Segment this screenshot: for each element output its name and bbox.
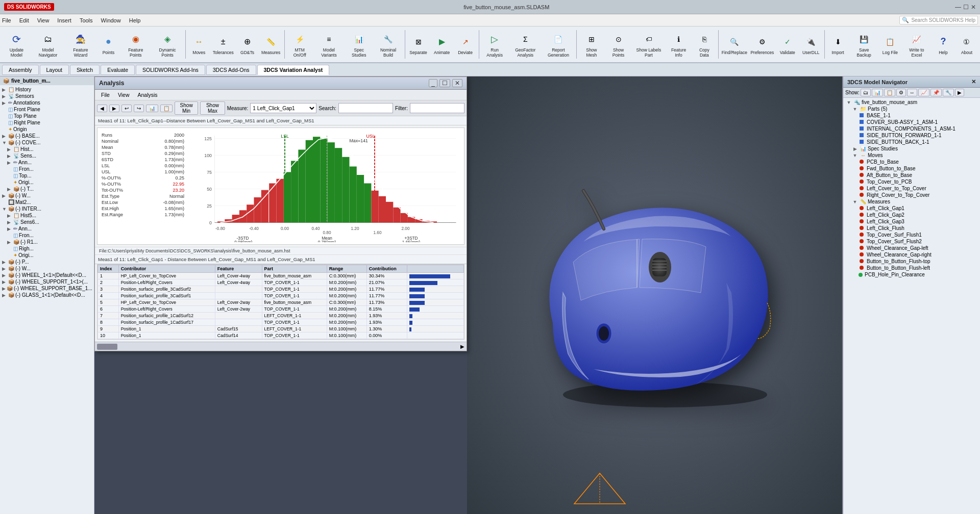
tree-item-r1[interactable]: ▶ 📦 (-) R1... <box>1 239 93 245</box>
tool-points[interactable]: ● Points <box>97 33 119 56</box>
dialog-close[interactable]: ✕ <box>452 79 462 87</box>
tab-evaluate[interactable]: Evaluate <box>101 65 135 75</box>
menu-window[interactable]: Window <box>101 17 121 23</box>
tool-dynamic-points[interactable]: ◈ Dynamic Points <box>152 30 183 59</box>
tool-measures[interactable]: 📏 Measures <box>260 33 282 56</box>
tool-model-variants[interactable]: ≡ Model Variants <box>314 30 344 59</box>
nav-side-back[interactable]: SIDE_BUTTON_BACK_1-1 <box>844 139 979 145</box>
nav-base[interactable]: BASE_1-1 <box>844 112 979 119</box>
window-controls[interactable]: — ☐ ✕ <box>955 4 980 11</box>
dialog-menu-file[interactable]: File <box>97 91 114 99</box>
menu-insert[interactable]: Insert <box>57 17 71 23</box>
tool-userdll[interactable]: 🔌 UserDLL <box>800 33 822 56</box>
tool-copy-data[interactable]: ⎘ Copy Data <box>693 30 716 59</box>
table-row[interactable]: 8 Position_surfacic_profile_1CadSurf17 T… <box>98 319 464 326</box>
tree-item-wheel-support[interactable]: ▶ 📦 (-) WHEEL_SUPPORT_1<1>(... <box>1 278 93 285</box>
tree-item-hist5[interactable]: ▶ 📋 Hist5... <box>1 212 93 219</box>
nav-btn1[interactable]: 🗂 <box>861 89 871 96</box>
tree-item-glass[interactable]: ▶ 📦 (-) GLASS_1<1>(Default<<D... <box>1 292 93 298</box>
tool-show-mesh[interactable]: ⊞ Show Mesh <box>579 30 604 59</box>
tab-3dcs-addons[interactable]: 3DCS Add-Ons <box>206 65 256 75</box>
tool-preferences[interactable]: ⚙ Preferences <box>749 33 775 56</box>
tab-layout[interactable]: Layout <box>40 65 69 75</box>
table-row[interactable]: 7 Position_surfacic_profile_1CadSurf12 L… <box>98 313 464 319</box>
nav-btn7[interactable]: 📌 <box>930 89 942 96</box>
dialog-minimize[interactable]: _ <box>429 79 437 87</box>
tool-save-backup[interactable]: 💾 Save Backup <box>850 30 878 59</box>
tool-show-labels[interactable]: 🏷 Show Labels Part <box>633 30 665 59</box>
chart-right-btn[interactable]: ▶ <box>109 105 119 112</box>
tool-find-replace[interactable]: 🔍 Find/Replace <box>721 33 748 56</box>
nav-meas-9[interactable]: Button_to_Button_Flush-top <box>844 258 979 265</box>
tool-write-excel[interactable]: 📈 Write to Excel <box>902 30 931 59</box>
tab-sw-addins[interactable]: SOLIDWORKS Add-Ins <box>136 65 205 75</box>
tool-separate[interactable]: ⊠ Separate <box>407 33 430 56</box>
tree-item-origi[interactable]: ✦ Origi... <box>1 179 93 186</box>
nav-move-4[interactable]: Top_Cover_to_PCB <box>844 178 979 185</box>
nav-meas-8[interactable]: Wheel_Clearance_Gap-right <box>844 251 979 258</box>
tool-geofactor[interactable]: Σ GeoFactor Analysis <box>509 30 542 59</box>
menu-tools[interactable]: Tools <box>80 17 93 23</box>
nav-internal[interactable]: INTERNAL_COMPONENTS_1_ASM-1 <box>844 125 979 132</box>
tool-mtm[interactable]: ⚡ MTM On/Off <box>286 30 312 59</box>
tool-report[interactable]: 📄 Report Generation <box>543 30 575 59</box>
tree-item-right-plane[interactable]: ◫ Right Plane <box>1 119 93 126</box>
tree-item-t[interactable]: ▶ 📦 (-) T... <box>1 186 93 192</box>
tree-item-front-plane[interactable]: ◫ Front Plane <box>1 106 93 113</box>
help-search-label[interactable]: Search SOLIDWORKS Help <box>911 17 975 23</box>
nav-meas-6[interactable]: Top_Cover_Surf_Flush2 <box>844 238 979 245</box>
dialog-title-bar[interactable]: Analysis _ ☐ ✕ <box>95 77 467 90</box>
nav-btn8[interactable]: 🔧 <box>943 89 954 96</box>
tool-model-navigator[interactable]: 🗂 Model Navigator <box>32 30 64 59</box>
nav-btn4[interactable]: ⚙ <box>896 89 906 96</box>
nav-btn3[interactable]: 📋 <box>884 89 895 96</box>
menu-view[interactable]: View <box>37 17 50 23</box>
tree-item-fron[interactable]: ◫ Fron... <box>1 166 93 172</box>
nav-meas-11[interactable]: PCB_Hole_Pin_Clearance <box>844 271 979 278</box>
tree-item-hist[interactable]: ▶ 📋 Hist... <box>1 146 93 152</box>
tab-3dcs-analyst[interactable]: 3DCS Variation Analyst <box>257 65 330 75</box>
tree-item-sens6[interactable]: ▶ 📡 Sens6... <box>1 219 93 225</box>
nav-btn2[interactable]: 📊 <box>872 89 883 96</box>
scroll-right[interactable]: ▶ <box>458 344 467 349</box>
table-row[interactable]: 5 HP_Left_Cover_to_TopCove Left_Cover-2w… <box>98 299 464 306</box>
tree-item-base[interactable]: ▶ 📦 (-) BASE... <box>1 133 93 139</box>
horizontal-scrollbar[interactable] <box>95 344 458 350</box>
nav-move-1[interactable]: PCB_to_Base <box>844 159 979 165</box>
tool-import[interactable]: ⬇ Import <box>827 33 849 56</box>
nav-meas-3[interactable]: Left_Click_Gap3 <box>844 218 979 225</box>
back-btn[interactable]: ↩ <box>121 105 132 112</box>
tool-about[interactable]: ① About <box>955 33 978 56</box>
tool-show-points[interactable]: ⊙ Show Points <box>605 30 632 59</box>
table-row[interactable]: 6 Position-Left/Right_Covers Left_Cover-… <box>98 306 464 313</box>
tree-item-top-plane[interactable]: ◫ Top Plane <box>1 113 93 119</box>
dialog-menu-view[interactable]: View <box>114 91 134 99</box>
nav-move-5[interactable]: Left_Cover_to_Top_Cover <box>844 185 979 192</box>
tool-feature-info[interactable]: ℹ Feature Info <box>666 30 692 59</box>
tool-feature-points[interactable]: ◉ Feature Points <box>120 30 151 59</box>
tree-item-p[interactable]: ▶ 📦 (-) P... <box>1 259 93 265</box>
tool-feature-wizard[interactable]: 🧙 Feature Wizard <box>65 30 96 59</box>
tool-spec-studies[interactable]: 📊 Spec Studies <box>345 30 373 59</box>
nav-moves-header[interactable]: ▼ ↔ Moves <box>844 152 979 159</box>
tool-gdts[interactable]: ⊕ GD&Ts <box>236 33 259 56</box>
tool-run-analysis[interactable]: ▷ Run Analysis <box>481 30 508 59</box>
table-row[interactable]: 10 Position_1 CadSurf14 TOP_COVER_1-1 M:… <box>98 332 464 339</box>
table-row[interactable]: 2 Position-Left/Right_Covers Left_Cover-… <box>98 279 464 286</box>
tab-assembly[interactable]: Assembly <box>2 65 39 75</box>
search-input[interactable] <box>338 103 393 113</box>
tree-item-sensors[interactable]: ▶ 📡 Sensors <box>1 93 93 99</box>
dialog-controls[interactable]: _ ☐ ✕ <box>429 79 462 87</box>
tree-item-cover[interactable]: ▼ 📦 (-) COVE... <box>1 139 93 146</box>
nav-meas-4[interactable]: Left_Click_Flush <box>844 225 979 232</box>
nav-spec-studies[interactable]: ▶ 📊 Spec Studies <box>844 145 979 152</box>
tool-update-model[interactable]: ⟳ Update Model <box>2 30 31 59</box>
nav-measures-header[interactable]: ▼ 📏 Measures <box>844 198 979 205</box>
icon2-btn[interactable]: 📋 <box>160 105 173 112</box>
tree-item-w[interactable]: ▶ 📦 (-) W... <box>1 192 93 199</box>
table-row[interactable]: 9 Position_1 CadSurf15 LEFT_COVER_1-1 M:… <box>98 326 464 332</box>
minimize-btn[interactable]: — <box>955 4 961 11</box>
tree-item-origin[interactable]: ✦ Origin <box>1 126 93 133</box>
nav-side-fwd[interactable]: SIDE_BUTTON_FORWARD_1-1 <box>844 132 979 139</box>
tree-item-annotations[interactable]: ▶ ✏ Annotations <box>1 99 93 106</box>
